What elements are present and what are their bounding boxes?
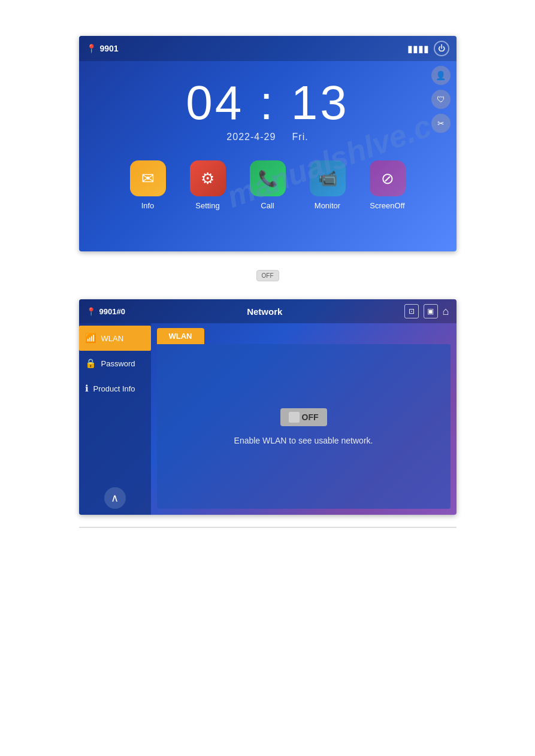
location-icon: 📍 <box>86 44 96 53</box>
clock-date: 2022-4-29 Fri. <box>79 132 457 142</box>
mini-toggle-label: OFF <box>262 272 274 279</box>
sidebar: 📶 WLAN 🔒 Password ℹ Product Info ∧ <box>79 323 151 515</box>
up-arrow-button[interactable]: ∧ <box>104 487 126 509</box>
clock-area: 04 : 13 2022-4-29 Fri. <box>79 79 457 142</box>
screen1-topbar-left: 📍 9901 <box>86 44 119 53</box>
info-icon: ✉ <box>130 160 166 196</box>
call-label: Call <box>261 201 274 210</box>
screen2: 📍 9901#0 Network ⊡ ▣ ⌂ 📶 WLAN 🔒 Password… <box>79 299 457 515</box>
screen2-body: 📶 WLAN 🔒 Password ℹ Product Info ∧ WLAN <box>79 323 457 515</box>
mini-toggle: OFF <box>256 270 279 281</box>
wlan-sidebar-label: WLAN <box>101 334 124 343</box>
setting-label: Setting <box>195 201 219 210</box>
sidebar-item-wlan[interactable]: 📶 WLAN <box>79 326 151 351</box>
wifi-icon: 📶 <box>85 333 96 344</box>
battery-icon: ▮▮▮▮ <box>407 43 429 54</box>
home-icon[interactable]: ⌂ <box>443 305 449 318</box>
app-call[interactable]: 📞 Call <box>250 160 286 210</box>
sidebar-item-product-info[interactable]: ℹ Product Info <box>79 376 151 401</box>
date-value: 2022-4-29 <box>226 132 276 142</box>
tab-wlan[interactable]: WLAN <box>157 328 204 344</box>
clock-time: 04 : 13 <box>79 79 457 127</box>
monitor-icon: 📹 <box>310 160 346 196</box>
tab-bar: WLAN <box>151 323 457 344</box>
call-icon: 📞 <box>250 160 286 196</box>
main-content: WLAN OFF Enable WLAN to see usable netwo… <box>151 323 457 515</box>
app-setting[interactable]: ⚙ Setting <box>190 160 226 210</box>
wlan-toggle[interactable]: OFF <box>280 408 327 426</box>
screen2-topbar-right: ⊡ ▣ ⌂ <box>404 304 449 318</box>
qr-icon[interactable]: ⊡ <box>404 304 419 318</box>
app-icons-row: ✉ Info ⚙ Setting 📞 Call 📹 Monitor ⊘ Scre… <box>79 160 457 216</box>
spacer: OFF <box>0 251 535 299</box>
tab-wlan-label: WLAN <box>169 332 192 341</box>
wlan-message: Enable WLAN to see usable network. <box>234 436 373 445</box>
toggle-rect <box>289 412 300 423</box>
app-monitor[interactable]: 📹 Monitor <box>310 160 346 210</box>
mute-icon[interactable]: ✂ <box>431 114 451 133</box>
sidebar-bottom: ∧ <box>79 481 151 515</box>
network-title: Network <box>247 306 282 317</box>
monitor-label: Monitor <box>315 201 340 210</box>
lock-icon: 🔒 <box>85 358 96 369</box>
device-id: 9901 <box>100 44 119 53</box>
device-id-2: 9901#0 <box>99 307 125 316</box>
power-button[interactable]: ⏻ <box>434 41 449 56</box>
setting-icon: ⚙ <box>190 160 226 196</box>
screen1-topbar-right: ▮▮▮▮ ⏻ <box>407 41 449 56</box>
user-icon[interactable]: 👤 <box>431 66 451 85</box>
screen1-side-icons: 👤 🛡 ✂ <box>431 66 451 133</box>
sidebar-item-password[interactable]: 🔒 Password <box>79 351 151 376</box>
bottom-divider <box>79 527 457 528</box>
screen2-topbar-left: 📍 9901#0 <box>86 307 125 316</box>
screen1: 📍 9901 ▮▮▮▮ ⏻ 👤 🛡 ✂ 04 : 13 2022-4-29 Fr… <box>79 36 457 251</box>
display-icon[interactable]: ▣ <box>424 304 438 318</box>
product-info-sidebar-label: Product Info <box>93 384 135 393</box>
screenoff-label: ScreenOff <box>370 201 404 210</box>
toggle-label: OFF <box>302 412 319 422</box>
password-sidebar-label: Password <box>101 359 135 368</box>
location-icon-2: 📍 <box>86 307 96 316</box>
screen1-topbar: 📍 9901 ▮▮▮▮ ⏻ <box>79 36 457 61</box>
info-label: Info <box>141 201 155 210</box>
day-value: Fri. <box>292 132 309 142</box>
wlan-panel: OFF Enable WLAN to see usable network. <box>157 344 451 509</box>
screenoff-icon: ⊘ <box>370 160 406 196</box>
app-info[interactable]: ✉ Info <box>130 160 166 210</box>
shield-icon[interactable]: 🛡 <box>431 90 451 109</box>
app-screenoff[interactable]: ⊘ ScreenOff <box>370 160 406 210</box>
info-circle-icon: ℹ <box>85 383 89 394</box>
power-icon: ⏻ <box>438 44 445 53</box>
screen2-topbar: 📍 9901#0 Network ⊡ ▣ ⌂ <box>79 299 457 323</box>
